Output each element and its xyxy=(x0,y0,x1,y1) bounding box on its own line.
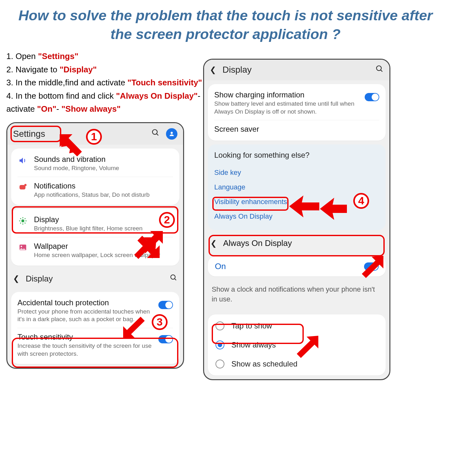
display-card-top: Show charging information Show battery l… xyxy=(208,84,386,141)
looking-for-card: Looking for something else? Side key Lan… xyxy=(208,144,386,230)
phone-right: ❮ Display Show charging information Show… xyxy=(203,59,390,380)
aod-subheader: ❮ Always On Display xyxy=(204,234,389,253)
svg-line-1 xyxy=(156,134,158,136)
settings-group-1: Sounds and vibration Sound mode, Rington… xyxy=(11,149,179,205)
svg-point-0 xyxy=(152,130,157,135)
svg-point-4 xyxy=(24,184,27,186)
phone-mockups: Settings Sounds and vibration Sound mode… xyxy=(6,122,445,380)
link-side-key[interactable]: Side key xyxy=(214,165,379,180)
back-icon[interactable]: ❮ xyxy=(13,274,19,283)
touch-sensitivity-row[interactable]: Touch sensitivity Increase the touch sen… xyxy=(17,328,173,362)
screensaver-row[interactable]: Screen saver xyxy=(214,120,379,139)
svg-line-27 xyxy=(381,70,382,71)
brightness-icon xyxy=(17,215,28,225)
accidental-touch-toggle[interactable] xyxy=(158,301,173,309)
link-visibility[interactable]: Visibility enhancements xyxy=(214,195,379,209)
svg-line-11 xyxy=(25,223,25,223)
search-icon[interactable] xyxy=(170,274,177,284)
page-title: How to solve the problem that the touch … xyxy=(6,6,445,43)
settings-row-display[interactable]: Display Brightness, Blue light filter, H… xyxy=(11,211,179,237)
svg-line-10 xyxy=(20,218,21,219)
option-show-scheduled[interactable]: Show as scheduled xyxy=(208,354,386,374)
search-icon[interactable] xyxy=(375,65,384,75)
svg-point-26 xyxy=(376,66,381,70)
settings-group-2: Display Brightness, Blue light filter, H… xyxy=(11,209,179,265)
row-sub: Sound mode, Ringtone, Volume xyxy=(34,164,173,172)
notification-icon xyxy=(17,182,28,192)
accidental-touch-row[interactable]: Accidental touch protection Protect your… xyxy=(11,294,179,328)
display-section-header: ❮ Display xyxy=(7,269,183,288)
aod-on-toggle[interactable] xyxy=(364,262,379,271)
svg-point-2 xyxy=(171,132,173,134)
sound-icon xyxy=(17,155,28,165)
wallpaper-icon xyxy=(17,242,28,252)
aod-on-card: On xyxy=(208,256,386,276)
settings-row-wallpaper[interactable]: Wallpaper Home screen wallpaper, Lock sc… xyxy=(17,237,173,264)
radio-icon[interactable] xyxy=(216,321,224,330)
aod-options-card: Tap to show Show always Show as schedule… xyxy=(208,314,386,375)
back-icon[interactable]: ❮ xyxy=(210,239,217,248)
aod-description: Show a clock and notifications when your… xyxy=(204,280,389,311)
option-tap-to-show[interactable]: Tap to show xyxy=(208,316,386,335)
link-always-on-display[interactable]: Always On Display xyxy=(214,209,379,224)
settings-row-sounds[interactable]: Sounds and vibration Sound mode, Rington… xyxy=(11,150,179,177)
link-language[interactable]: Language xyxy=(214,180,379,195)
charging-info-row[interactable]: Show charging information Show battery l… xyxy=(208,86,386,120)
display-header: ❮ Display xyxy=(204,60,389,80)
settings-header: Settings xyxy=(7,123,183,145)
instruction-steps: 1. Open "Settings" 2. Navigate to "Displ… xyxy=(6,50,209,116)
display-options-card: Accidental touch protection Protect your… xyxy=(11,292,179,364)
phone-left: Settings Sounds and vibration Sound mode… xyxy=(6,122,184,369)
back-icon[interactable]: ❮ xyxy=(210,65,216,74)
option-show-always[interactable]: Show always xyxy=(208,335,386,354)
search-icon[interactable] xyxy=(151,129,160,139)
radio-icon[interactable] xyxy=(216,340,224,349)
row-title: Sounds and vibration xyxy=(34,155,173,164)
svg-line-17 xyxy=(175,279,176,280)
radio-icon[interactable] xyxy=(216,360,224,368)
svg-point-5 xyxy=(21,220,24,222)
svg-line-13 xyxy=(25,218,25,219)
touch-sensitivity-toggle[interactable] xyxy=(158,335,173,343)
profile-avatar-icon[interactable] xyxy=(166,128,177,140)
settings-title: Settings xyxy=(13,129,151,139)
aod-on-row[interactable]: On xyxy=(208,256,386,276)
svg-point-15 xyxy=(21,246,22,247)
charging-info-toggle[interactable] xyxy=(365,93,379,101)
svg-line-12 xyxy=(20,223,21,223)
settings-row-notifications[interactable]: Notifications App notifications, Status … xyxy=(17,177,173,203)
svg-point-16 xyxy=(171,275,175,279)
